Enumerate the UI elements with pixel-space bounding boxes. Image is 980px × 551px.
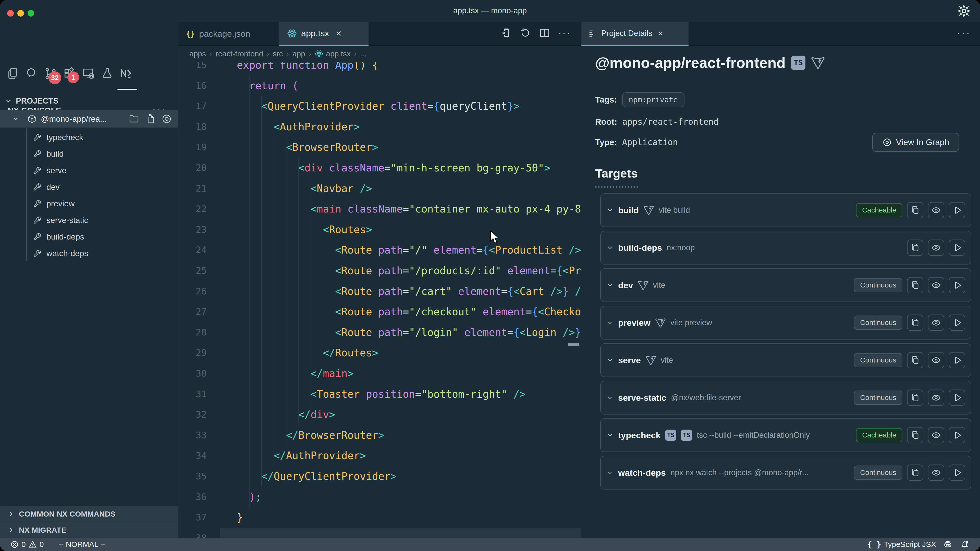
view-target-button[interactable]	[928, 202, 944, 218]
tab-package-json[interactable]: {} package.json	[178, 22, 279, 46]
run-target-button[interactable]	[949, 389, 965, 406]
expand-target-chevron[interactable]	[606, 282, 614, 289]
section-common-nx-commands[interactable]: COMMON NX COMMANDS	[0, 506, 178, 522]
code-line: <Route path="/login" element={<Login />}…	[237, 322, 581, 343]
run-target-button[interactable]	[949, 277, 965, 293]
view-target-button[interactable]	[928, 240, 944, 256]
copy-target-button[interactable]	[907, 202, 923, 218]
chevron-down-icon	[5, 97, 12, 105]
copilot-icon[interactable]	[943, 539, 953, 549]
copy-target-button[interactable]	[907, 427, 923, 443]
wrench-icon	[33, 166, 42, 175]
expand-target-chevron[interactable]	[606, 244, 614, 251]
view-target-button[interactable]	[928, 465, 944, 481]
expand-target-chevron[interactable]	[606, 319, 614, 326]
breadcrumb-item[interactable]: app	[293, 49, 305, 58]
expand-target-chevron[interactable]	[606, 206, 614, 214]
chevron-down-icon[interactable]	[606, 206, 614, 214]
tab-app-tsx[interactable]: app.tsx	[279, 22, 369, 46]
task-item-preview[interactable]: preview	[0, 195, 178, 212]
task-item-watch-deps[interactable]: watch-deps	[0, 245, 178, 262]
view-target-button[interactable]	[928, 352, 944, 368]
language-mode[interactable]: { } TypeScript JSX	[867, 540, 936, 549]
focus-project-icon[interactable]	[161, 114, 172, 124]
explorer-icon[interactable]	[6, 67, 19, 80]
settings-gear-icon[interactable]	[957, 4, 971, 18]
problems-indicator[interactable]: 0 0	[10, 540, 44, 549]
copy-target-button[interactable]	[907, 277, 923, 293]
testing-icon[interactable]	[100, 67, 114, 80]
breadcrumb[interactable]: apps›react-frontend›src›app›app.tsx›...	[178, 46, 581, 62]
task-item-serve[interactable]: serve	[0, 162, 178, 179]
more-actions-icon[interactable]: ···	[558, 27, 571, 39]
task-item-build[interactable]: build	[0, 146, 178, 162]
line-number: 16	[178, 76, 207, 96]
project-row-selected[interactable]: @mono-app/rea...	[0, 110, 178, 127]
chevron-down-icon[interactable]	[606, 469, 614, 476]
breadcrumb-item[interactable]: ...	[360, 49, 366, 58]
refresh-icon[interactable]	[519, 27, 531, 39]
code-editor[interactable]: 15export function App() {16 return (17 <…	[178, 62, 581, 538]
task-label: typecheck	[46, 133, 83, 142]
extensions-icon[interactable]: 1	[63, 67, 76, 80]
panel-more-actions-icon[interactable]: ···	[956, 27, 971, 39]
eye-icon	[931, 318, 941, 327]
search-icon[interactable]	[25, 67, 38, 80]
copy-target-button[interactable]	[907, 465, 923, 481]
run-target-button[interactable]	[949, 240, 965, 256]
projects-section-header[interactable]: PROJECTS	[5, 97, 59, 106]
close-icon[interactable]	[657, 30, 664, 37]
task-item-typecheck[interactable]: typecheck	[0, 129, 178, 146]
notifications-bell-icon[interactable]	[959, 539, 970, 549]
run-target-button[interactable]	[949, 202, 965, 218]
copy-target-button[interactable]	[907, 314, 923, 331]
tab-project-details[interactable]: Project Details	[581, 22, 689, 46]
chevron-down-icon[interactable]	[606, 394, 614, 401]
split-editor-icon[interactable]	[539, 27, 550, 39]
view-target-button[interactable]	[928, 314, 944, 331]
chevron-down-icon[interactable]	[606, 357, 614, 364]
line-number: 22	[178, 199, 207, 219]
run-target-button[interactable]	[949, 465, 965, 481]
view-target-button[interactable]	[928, 389, 944, 406]
copy-target-button[interactable]	[907, 240, 923, 256]
device-gear-icon[interactable]	[500, 27, 512, 39]
expand-target-chevron[interactable]	[606, 394, 614, 401]
open-config-icon[interactable]	[145, 114, 156, 124]
run-target-button[interactable]	[949, 427, 965, 443]
expand-target-chevron[interactable]	[606, 432, 614, 439]
breadcrumb-item[interactable]: react-frontend	[215, 49, 263, 58]
expand-target-chevron[interactable]	[606, 469, 614, 476]
run-target-button[interactable]	[949, 352, 965, 368]
view-target-button[interactable]	[928, 277, 944, 293]
view-in-graph-button[interactable]: View In Graph	[872, 133, 959, 152]
task-item-dev[interactable]: dev	[0, 179, 178, 195]
error-icon	[10, 540, 19, 549]
view-target-button[interactable]	[928, 427, 944, 443]
expand-target-chevron[interactable]	[606, 357, 614, 364]
scrollbar-decoration[interactable]	[568, 343, 579, 346]
folder-icon[interactable]	[129, 114, 139, 124]
copy-target-button[interactable]	[907, 352, 923, 368]
chevron-down-icon[interactable]	[606, 432, 614, 439]
chevron-down-icon[interactable]	[606, 244, 614, 251]
breadcrumb-item[interactable]: src	[273, 49, 283, 58]
code-line: <Navbar />	[237, 178, 372, 199]
run-target-button[interactable]	[949, 314, 965, 331]
chevron-down-icon[interactable]	[606, 282, 614, 289]
nx-console-icon[interactable]	[119, 67, 133, 80]
project-title: @mono-app/react-frontend	[595, 54, 786, 71]
type-row: Type: Application	[595, 137, 678, 147]
chevron-down-icon[interactable]	[606, 319, 614, 326]
task-item-build-deps[interactable]: build-deps	[0, 229, 178, 245]
breadcrumb-item[interactable]: app.tsx	[315, 49, 351, 58]
remote-explorer-icon[interactable]	[82, 67, 95, 80]
task-item-serve-static[interactable]: serve-static	[0, 212, 178, 229]
close-icon[interactable]	[335, 30, 342, 37]
source-control-icon[interactable]: 32	[44, 67, 57, 80]
section-nx-migrate[interactable]: NX MIGRATE	[0, 522, 178, 538]
breadcrumb-item[interactable]: apps	[189, 49, 206, 58]
play-icon	[952, 393, 962, 403]
vscode-window: app.tsx — mono-app 32 1	[0, 0, 980, 551]
copy-target-button[interactable]	[907, 389, 923, 406]
